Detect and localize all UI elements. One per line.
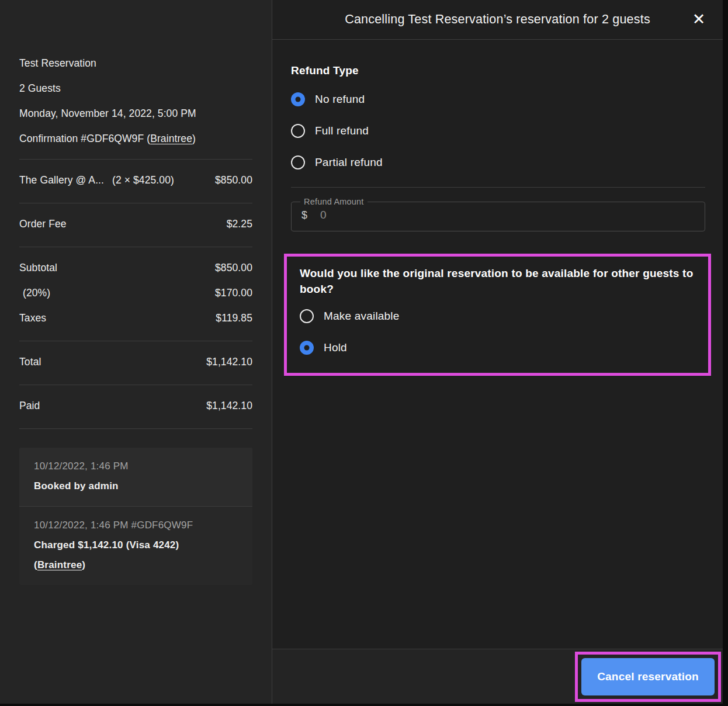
radio-label: Full refund	[315, 124, 369, 137]
reservation-history: 10/12/2022, 1:46 PM Booked by admin 10/1…	[19, 448, 252, 585]
order-fee-row: Order Fee $2.25	[19, 217, 252, 230]
line-item-detail: (2 × $425.00)	[112, 174, 174, 186]
confirmation-text: Confirmation #GDF6QW9F (	[19, 133, 150, 144]
reservation-guests: 2 Guests	[19, 82, 252, 95]
paid-label: Paid	[19, 399, 40, 412]
radio-no-refund[interactable]: No refund	[291, 92, 705, 106]
radio-hold[interactable]: Hold	[300, 341, 696, 355]
reservation-datetime: Monday, November 14, 2022, 5:00 PM	[19, 107, 252, 120]
paid-row: Paid $1,142.10	[19, 399, 252, 412]
totals-section: Subtotal $850.00 (20%) $170.00 Taxes $11…	[19, 247, 252, 341]
availability-highlight-box: Would you like the original reservation …	[284, 254, 711, 376]
history-action: Booked by admin	[34, 480, 238, 492]
refund-amount-label: Refund Amount	[300, 197, 368, 206]
radio-unselected-icon[interactable]	[300, 309, 314, 323]
section-divider	[291, 187, 705, 188]
taxes-row: Taxes $119.85	[19, 312, 252, 324]
subtotal-amount: $850.00	[215, 261, 252, 274]
radio-label: Partial refund	[315, 156, 383, 169]
subtotal-row: Subtotal $850.00	[19, 261, 252, 274]
history-processor: (Braintree)	[34, 559, 238, 571]
cancellation-modal: Cancelling Test Reservation’s reservatio…	[272, 0, 723, 704]
order-fee-label: Order Fee	[19, 217, 67, 230]
radio-selected-icon[interactable]	[300, 341, 314, 355]
taxes-amount: $119.85	[216, 312, 252, 324]
order-fee-section: Order Fee $2.25	[19, 203, 252, 247]
currency-prefix: $	[301, 209, 307, 222]
history-action: Charged $1,142.10 (Visa 4242)	[34, 539, 238, 551]
refund-amount-field: Refund Amount $	[291, 197, 705, 231]
braintree-link[interactable]: Braintree	[150, 133, 192, 144]
cancel-reservation-dialog: Test Reservation 2 Guests Monday, Novemb…	[0, 0, 723, 704]
reservation-info: Test Reservation 2 Guests Monday, Novemb…	[19, 0, 252, 160]
refund-type-heading: Refund Type	[291, 64, 705, 77]
reservation-summary-sidebar: Test Reservation 2 Guests Monday, Novemb…	[0, 0, 272, 704]
paren-close: )	[82, 559, 85, 570]
modal-footer: Cancel reservation	[272, 649, 723, 704]
service-charge-label: (20%)	[19, 286, 50, 299]
total-amount: $1,142.10	[206, 355, 252, 368]
radio-label: Make available	[324, 310, 400, 323]
radio-label: Hold	[324, 341, 347, 354]
braintree-link[interactable]: Braintree	[37, 559, 82, 570]
service-charge-row: (20%) $170.00	[19, 286, 252, 299]
line-item-label: The Gallery @ A...	[19, 174, 104, 186]
cancel-reservation-button[interactable]: Cancel reservation	[581, 658, 715, 695]
line-item-row: The Gallery @ A... (2 × $425.00) $850.00	[19, 174, 252, 186]
order-fee-amount: $2.25	[227, 217, 252, 230]
subtotal-label: Subtotal	[19, 261, 57, 274]
paid-amount: $1,142.10	[206, 399, 252, 412]
history-entry-booked: 10/12/2022, 1:46 PM Booked by admin	[19, 448, 252, 507]
line-item-amount: $850.00	[215, 174, 252, 186]
paid-section: Paid $1,142.10	[19, 385, 252, 429]
refund-amount-input[interactable]	[320, 209, 554, 222]
total-label: Total	[19, 355, 41, 368]
modal-body: Refund Type No refund Full refund Partia…	[272, 40, 723, 649]
modal-title: Cancelling Test Reservation’s reservatio…	[345, 12, 650, 27]
refund-amount-line: $	[301, 209, 696, 222]
total-row: Total $1,142.10	[19, 355, 252, 368]
radio-label: No refund	[315, 93, 365, 106]
confirmation-text-suffix: )	[192, 133, 196, 144]
radio-unselected-icon[interactable]	[291, 124, 305, 138]
radio-full-refund[interactable]: Full refund	[291, 124, 705, 138]
cancel-button-highlight: Cancel reservation	[575, 652, 721, 702]
radio-make-available[interactable]: Make available	[300, 309, 696, 323]
reservation-confirmation: Confirmation #GDF6QW9F (Braintree)	[19, 132, 252, 145]
history-timestamp: 10/12/2022, 1:46 PM #GDF6QW9F	[34, 520, 238, 531]
radio-partial-refund[interactable]: Partial refund	[291, 155, 705, 169]
taxes-label: Taxes	[19, 312, 46, 324]
total-section: Total $1,142.10	[19, 341, 252, 385]
modal-header: Cancelling Test Reservation’s reservatio…	[272, 0, 723, 40]
reservation-name: Test Reservation	[19, 57, 252, 70]
history-entry-charged: 10/12/2022, 1:46 PM #GDF6QW9F Charged $1…	[19, 507, 252, 585]
history-timestamp: 10/12/2022, 1:46 PM	[34, 461, 238, 472]
service-charge-amount: $170.00	[215, 286, 252, 299]
close-icon[interactable]: ✕	[689, 10, 709, 30]
line-item-section: The Gallery @ A... (2 × $425.00) $850.00	[19, 160, 252, 203]
radio-selected-icon[interactable]	[291, 92, 305, 106]
radio-unselected-icon[interactable]	[291, 155, 305, 169]
availability-question: Would you like the original reservation …	[300, 265, 696, 297]
